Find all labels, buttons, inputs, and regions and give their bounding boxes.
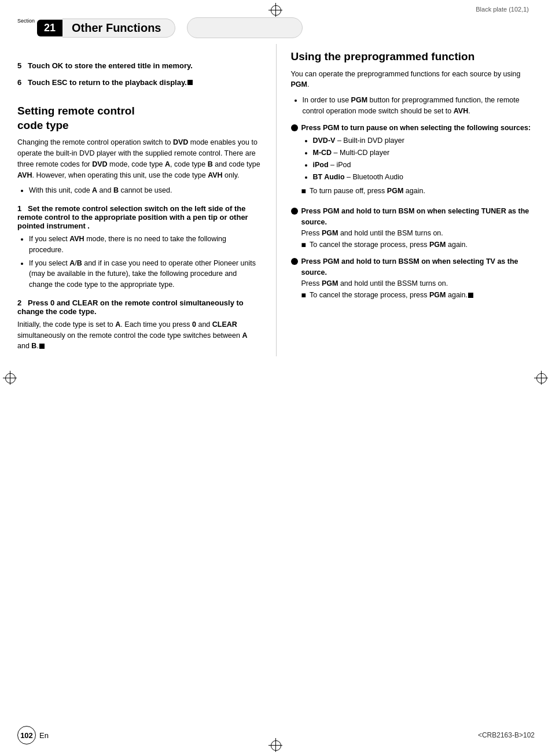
setting-remote-intro: Changing the remote control operation sw… (17, 137, 262, 180)
footer-code: <CRB2163-B>102 (478, 731, 535, 739)
reg-mark-top (270, 5, 282, 16)
preprogrammed-heading: Using the preprogrammed function (291, 50, 535, 64)
step2-text: Initially, the code type is set to A. Ea… (17, 319, 262, 352)
pgm-bullets: In order to use PGM button for preprogra… (303, 95, 535, 117)
right-column: Using the preprogrammed function You can… (276, 44, 535, 356)
setting-remote-heading: Setting remote controlcode type (17, 104, 262, 132)
step1-heading: 1 Set the remote control selection switc… (17, 204, 262, 230)
section-title: Other Functions (62, 19, 175, 38)
bsm-text: Press PGM and hold until the BSM turns o… (301, 229, 443, 237)
bssm-text: Press PGM and hold until the BSSM turns … (301, 279, 448, 287)
footer-lang: En (39, 731, 49, 740)
circle-icon-1 (291, 124, 298, 131)
circle-icon-3 (291, 258, 298, 265)
circle-bullet-1: Press PGM to turn pause on when selectin… (291, 123, 535, 201)
small-square-2 (39, 344, 45, 349)
bullet-code-ab: With this unit, code A and B cannot be u… (29, 185, 262, 196)
circle-icon-2 (291, 208, 298, 215)
reg-mark-right (536, 373, 547, 384)
section-right-decoration (187, 17, 303, 38)
section-label: Section (17, 18, 35, 24)
section-header: Section 21 Other Functions (17, 17, 535, 38)
section-number: 21 (37, 20, 62, 36)
main-content: 5 Touch OK to store the entered title in… (17, 44, 535, 356)
step1-bullet1: If you select AVH mode, there is no need… (29, 234, 262, 256)
step2-heading: 2 Press 0 and CLEAR on the remote contro… (17, 298, 262, 316)
source-ipod: iPod – iPod (313, 160, 535, 171)
footer-left: 102 En (17, 726, 49, 744)
reg-mark-left (5, 373, 16, 384)
code-type-bullets: With this unit, code A and B cannot be u… (29, 185, 262, 196)
step6-heading: 6 Touch ESC to return to the playback di… (17, 78, 262, 87)
page-footer: 102 En <CRB2163-B>102 (0, 726, 552, 744)
source-mcd: M-CD – Multi-CD player (313, 147, 535, 158)
circle-bullet-2: Press PGM and hold to turn BSM on when s… (291, 206, 535, 250)
bsm-cancel: ■ To cancel the storage process, press P… (301, 239, 535, 250)
pgm-pause-off: ■ To turn pause off, press PGM again. (301, 186, 535, 197)
preprogrammed-intro: You can operate the preprogrammed functi… (291, 69, 535, 91)
step5-heading: 5 Touch OK to store the entered title in… (17, 61, 262, 70)
page-number: 102 (17, 726, 36, 744)
pgm-bullet1: In order to use PGM button for preprogra… (303, 95, 535, 117)
source-btaudio: BT Audio – Bluetooth Audio (313, 172, 535, 183)
small-square-1 (187, 80, 193, 85)
small-square-3 (468, 293, 473, 298)
left-column: 5 Touch OK to store the entered title in… (17, 44, 276, 356)
plate-text: Black plate (102,1) (476, 6, 529, 13)
bssm-cancel: ■ To cancel the storage process, press P… (301, 290, 535, 301)
source-dvdv: DVD-V – Built-in DVD player (313, 135, 535, 146)
step1-bullets: If you select AVH mode, there is no need… (29, 234, 262, 290)
step1-bullet2: If you select A/B and if in case you nee… (29, 258, 262, 290)
pgm-sources-list: DVD-V – Built-in DVD player M-CD – Multi… (313, 135, 535, 182)
circle-bullet-3: Press PGM and hold to turn BSSM on when … (291, 256, 535, 301)
